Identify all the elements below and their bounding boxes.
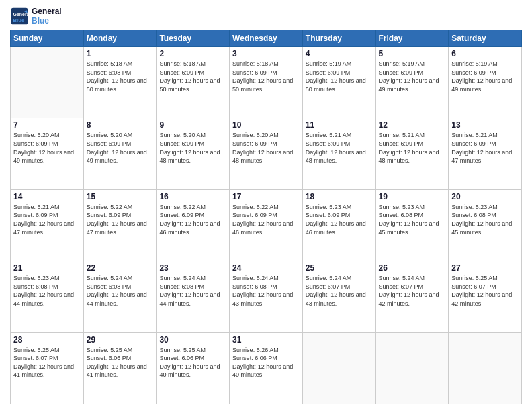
- day-info: Sunrise: 5:21 AMSunset: 6:09 PMDaylight:…: [451, 131, 519, 165]
- day-cell: 22Sunrise: 5:24 AMSunset: 6:08 PMDayligh…: [83, 261, 157, 332]
- day-cell: [449, 332, 522, 404]
- weekday-header-sunday: Sunday: [11, 30, 84, 47]
- day-info: Sunrise: 5:22 AMSunset: 6:09 PMDaylight:…: [159, 203, 226, 236]
- header: General Blue General Blue: [10, 7, 522, 26]
- day-cell: 17Sunrise: 5:22 AMSunset: 6:09 PMDayligh…: [230, 189, 303, 261]
- day-cell: 14Sunrise: 5:21 AMSunset: 6:09 PMDayligh…: [11, 189, 84, 261]
- day-number: 11: [306, 120, 373, 130]
- day-info: Sunrise: 5:19 AMSunset: 6:09 PMDaylight:…: [379, 60, 446, 93]
- week-row-2: 7Sunrise: 5:20 AMSunset: 6:09 PMDaylight…: [11, 118, 522, 189]
- week-row-3: 14Sunrise: 5:21 AMSunset: 6:09 PMDayligh…: [11, 189, 522, 261]
- day-info: Sunrise: 5:24 AMSunset: 6:08 PMDaylight:…: [87, 274, 154, 308]
- logo-icon: General Blue: [10, 7, 29, 26]
- day-cell: 27Sunrise: 5:25 AMSunset: 6:07 PMDayligh…: [449, 261, 522, 332]
- day-info: Sunrise: 5:25 AMSunset: 6:07 PMDaylight:…: [13, 346, 81, 379]
- day-number: 18: [306, 192, 373, 201]
- logo-text: General Blue: [32, 7, 62, 26]
- day-cell: 6Sunrise: 5:19 AMSunset: 6:09 PMDaylight…: [449, 47, 522, 118]
- day-cell: [11, 47, 84, 118]
- day-number: 27: [451, 263, 519, 273]
- day-number: 9: [159, 120, 226, 130]
- day-cell: 10Sunrise: 5:20 AMSunset: 6:09 PMDayligh…: [230, 118, 303, 189]
- day-cell: 3Sunrise: 5:18 AMSunset: 6:09 PMDaylight…: [230, 47, 303, 118]
- day-info: Sunrise: 5:20 AMSunset: 6:09 PMDaylight:…: [159, 131, 226, 165]
- day-number: 8: [87, 120, 154, 130]
- week-row-5: 28Sunrise: 5:25 AMSunset: 6:07 PMDayligh…: [11, 332, 522, 404]
- day-number: 6: [451, 49, 519, 58]
- day-cell: [375, 332, 449, 404]
- day-info: Sunrise: 5:25 AMSunset: 6:06 PMDaylight:…: [159, 346, 226, 379]
- calendar-page: General Blue General Blue SundayMondayTu…: [0, 0, 532, 411]
- day-info: Sunrise: 5:21 AMSunset: 6:09 PMDaylight:…: [379, 131, 446, 165]
- day-number: 13: [451, 120, 519, 130]
- weekday-header-wednesday: Wednesday: [230, 30, 303, 47]
- day-info: Sunrise: 5:23 AMSunset: 6:08 PMDaylight:…: [13, 274, 81, 308]
- day-cell: 24Sunrise: 5:24 AMSunset: 6:08 PMDayligh…: [230, 261, 303, 332]
- day-cell: 26Sunrise: 5:24 AMSunset: 6:07 PMDayligh…: [375, 261, 449, 332]
- day-number: 29: [87, 335, 154, 345]
- day-info: Sunrise: 5:20 AMSunset: 6:09 PMDaylight:…: [13, 131, 81, 165]
- weekday-header-tuesday: Tuesday: [157, 30, 230, 47]
- day-cell: 23Sunrise: 5:24 AMSunset: 6:08 PMDayligh…: [157, 261, 230, 332]
- day-cell: 19Sunrise: 5:23 AMSunset: 6:08 PMDayligh…: [375, 189, 449, 261]
- day-number: 5: [379, 49, 446, 58]
- day-number: 1: [87, 49, 154, 58]
- day-cell: 31Sunrise: 5:26 AMSunset: 6:06 PMDayligh…: [230, 332, 303, 404]
- day-info: Sunrise: 5:24 AMSunset: 6:07 PMDaylight:…: [379, 274, 446, 308]
- day-cell: 28Sunrise: 5:25 AMSunset: 6:07 PMDayligh…: [11, 332, 84, 404]
- day-info: Sunrise: 5:18 AMSunset: 6:08 PMDaylight:…: [87, 60, 154, 93]
- day-number: 30: [159, 335, 226, 345]
- day-number: 15: [87, 192, 154, 201]
- day-cell: 15Sunrise: 5:22 AMSunset: 6:09 PMDayligh…: [83, 189, 157, 261]
- day-number: 12: [379, 120, 446, 130]
- day-cell: 30Sunrise: 5:25 AMSunset: 6:06 PMDayligh…: [157, 332, 230, 404]
- day-info: Sunrise: 5:22 AMSunset: 6:09 PMDaylight:…: [87, 203, 154, 236]
- day-number: 21: [13, 263, 81, 273]
- day-cell: 12Sunrise: 5:21 AMSunset: 6:09 PMDayligh…: [375, 118, 449, 189]
- day-info: Sunrise: 5:24 AMSunset: 6:08 PMDaylight:…: [159, 274, 226, 308]
- day-info: Sunrise: 5:19 AMSunset: 6:09 PMDaylight:…: [451, 60, 519, 93]
- day-info: Sunrise: 5:22 AMSunset: 6:09 PMDaylight:…: [232, 203, 300, 236]
- day-number: 19: [379, 192, 446, 201]
- day-info: Sunrise: 5:18 AMSunset: 6:09 PMDaylight:…: [159, 60, 226, 93]
- weekday-header-friday: Friday: [375, 30, 449, 47]
- day-number: 3: [232, 49, 300, 58]
- day-number: 7: [13, 120, 81, 130]
- day-number: 25: [306, 263, 373, 273]
- day-cell: 1Sunrise: 5:18 AMSunset: 6:08 PMDaylight…: [83, 47, 157, 118]
- day-cell: 21Sunrise: 5:23 AMSunset: 6:08 PMDayligh…: [11, 261, 84, 332]
- day-cell: 29Sunrise: 5:25 AMSunset: 6:06 PMDayligh…: [83, 332, 157, 404]
- day-number: 16: [159, 192, 226, 201]
- day-info: Sunrise: 5:23 AMSunset: 6:09 PMDaylight:…: [306, 203, 373, 236]
- day-info: Sunrise: 5:21 AMSunset: 6:09 PMDaylight:…: [306, 131, 373, 165]
- day-cell: 16Sunrise: 5:22 AMSunset: 6:09 PMDayligh…: [157, 189, 230, 261]
- day-info: Sunrise: 5:21 AMSunset: 6:09 PMDaylight:…: [13, 203, 81, 236]
- weekday-header-saturday: Saturday: [449, 30, 522, 47]
- logo: General Blue General Blue: [10, 7, 62, 26]
- day-info: Sunrise: 5:23 AMSunset: 6:08 PMDaylight:…: [451, 203, 519, 236]
- day-cell: 8Sunrise: 5:20 AMSunset: 6:09 PMDaylight…: [83, 118, 157, 189]
- day-number: 31: [232, 335, 300, 345]
- svg-text:Blue: Blue: [13, 17, 25, 24]
- day-number: 10: [232, 120, 300, 130]
- day-info: Sunrise: 5:24 AMSunset: 6:07 PMDaylight:…: [306, 274, 373, 308]
- day-cell: 5Sunrise: 5:19 AMSunset: 6:09 PMDaylight…: [375, 47, 449, 118]
- weekday-header-monday: Monday: [83, 30, 157, 47]
- day-info: Sunrise: 5:25 AMSunset: 6:07 PMDaylight:…: [451, 274, 519, 308]
- day-cell: 20Sunrise: 5:23 AMSunset: 6:08 PMDayligh…: [449, 189, 522, 261]
- day-number: 17: [232, 192, 300, 201]
- day-number: 14: [13, 192, 81, 201]
- day-cell: 7Sunrise: 5:20 AMSunset: 6:09 PMDaylight…: [11, 118, 84, 189]
- day-number: 22: [87, 263, 154, 273]
- day-number: 23: [159, 263, 226, 273]
- day-number: 4: [306, 49, 373, 58]
- weekday-header-thursday: Thursday: [302, 30, 375, 47]
- day-number: 2: [159, 49, 226, 58]
- day-cell: [302, 332, 375, 404]
- day-info: Sunrise: 5:20 AMSunset: 6:09 PMDaylight:…: [87, 131, 154, 165]
- day-info: Sunrise: 5:26 AMSunset: 6:06 PMDaylight:…: [232, 346, 300, 379]
- day-number: 26: [379, 263, 446, 273]
- day-info: Sunrise: 5:24 AMSunset: 6:08 PMDaylight:…: [232, 274, 300, 308]
- day-info: Sunrise: 5:19 AMSunset: 6:09 PMDaylight:…: [306, 60, 373, 93]
- day-info: Sunrise: 5:18 AMSunset: 6:09 PMDaylight:…: [232, 60, 300, 93]
